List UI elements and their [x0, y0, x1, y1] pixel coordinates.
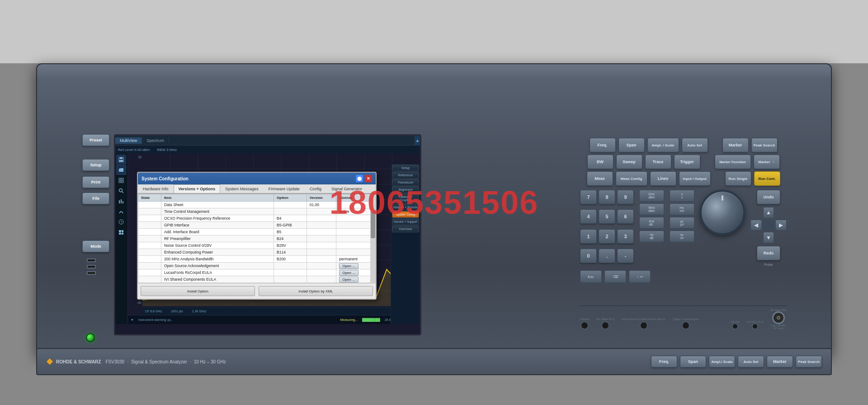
num-5[interactable]: 5 — [599, 209, 615, 224]
unit-ns-nv[interactable]: nsnV — [670, 231, 694, 242]
unit-mhz-dbm[interactable]: MHzdBm — [639, 203, 664, 215]
bottom-span-btn[interactable]: Span — [680, 356, 706, 367]
nav-down[interactable]: ▼ — [763, 232, 774, 243]
num-dot[interactable]: . — [599, 249, 615, 263]
file-button[interactable]: File — [82, 193, 109, 204]
sidebar-system-config[interactable]: System Config — [392, 211, 419, 218]
sidebar-setup[interactable]: Setup — [392, 165, 419, 171]
marker-arrow-btn[interactable]: Marker → — [754, 155, 780, 169]
nav-left[interactable]: ◀ — [750, 220, 762, 231]
nav-right[interactable]: ▶ — [775, 220, 787, 231]
tab-multiview[interactable]: MultiView — [115, 137, 142, 144]
unit-us-uv[interactable]: µsµV — [670, 217, 694, 229]
span-btn[interactable]: Span — [618, 138, 645, 152]
num-8[interactable]: 8 — [599, 190, 615, 204]
sidebar-service-support[interactable]: Service + Support — [392, 218, 419, 225]
bottom-ampl-btn[interactable]: Ampl./ Scale — [709, 356, 735, 367]
bottom-auto-set-btn[interactable]: Auto Set — [738, 356, 764, 367]
backspace-btn[interactable]: ⌫ — [604, 270, 626, 283]
input-output-btn[interactable]: Input / Output — [679, 171, 711, 186]
icon-signal[interactable] — [116, 207, 126, 217]
dialog-tab-firmware[interactable]: Firmware Update — [264, 184, 305, 193]
dialog-tab-messages[interactable]: System Messages — [220, 184, 264, 193]
dialog-close-btn[interactable]: ✕ — [365, 175, 372, 182]
lines-btn[interactable]: Lines — [650, 171, 676, 186]
tab-spectrum[interactable]: Spectrum — [142, 137, 169, 144]
freq-btn[interactable]: Freq. — [590, 138, 616, 152]
sidebar-parameter-coupling[interactable]: Parameter Coupling — [392, 193, 419, 203]
num-7[interactable]: 7 — [580, 190, 597, 204]
unit-s-s[interactable]: ss — [670, 190, 694, 202]
dialog-scrollbar-thumb[interactable] — [371, 212, 375, 238]
tab-scroll-right[interactable]: ▲ — [415, 136, 420, 146]
bw-btn[interactable]: BW — [587, 155, 613, 169]
setup-button-left[interactable]: Setup — [82, 159, 109, 171]
bottom-freq-btn[interactable]: Freq. — [651, 356, 677, 367]
sidebar-alignment[interactable]: Alignment — [392, 186, 419, 193]
icon-folder[interactable] — [116, 165, 126, 175]
undo-btn[interactable]: Undo — [757, 190, 780, 204]
ampl-scale-btn[interactable]: Ampl. / Scale — [647, 138, 679, 152]
sidebar-network-remote[interactable]: Network + Remote — [392, 204, 419, 211]
unit-ghz-dbm[interactable]: GHzdBm — [639, 190, 664, 202]
esc-btn[interactable]: Esc — [580, 270, 602, 283]
dialog-tab-signal-gen[interactable]: Signal Generator — [326, 184, 367, 193]
num-minus[interactable]: - — [617, 249, 634, 263]
dialog-title-bar: System Configuration ⬤ ✕ — [138, 173, 376, 184]
main-tuning-knob[interactable] — [700, 190, 745, 235]
unit-hz-db[interactable]: HzdB — [639, 231, 664, 242]
num-3[interactable]: 3 — [617, 229, 634, 244]
dialog-tab-hardware[interactable]: Hardware Info — [138, 184, 174, 193]
open-btn-1[interactable]: Open ... — [339, 263, 358, 269]
span-per-div: 1.36 GHz/ — [192, 310, 207, 313]
marker-btn[interactable]: Marker — [722, 138, 749, 152]
icon-windows[interactable] — [116, 227, 126, 237]
sidebar-reference[interactable]: Reference — [392, 172, 419, 179]
trace-btn[interactable]: Trace — [645, 155, 671, 169]
icon-grid[interactable] — [116, 175, 126, 185]
unit-khz-db[interactable]: kHzdB — [639, 217, 664, 229]
install-option-btn[interactable]: Install Option — [141, 286, 255, 296]
mode-button[interactable]: Mode — [82, 240, 109, 252]
unit-ms-mv[interactable]: msmV — [670, 203, 694, 215]
unit-btns-col2: ss msmV µsµV nsnV — [670, 190, 694, 266]
num-4[interactable]: 4 — [580, 209, 597, 224]
open-btn-3[interactable]: Open ... — [339, 277, 358, 283]
enter-btn[interactable]: ←↩ — [629, 270, 651, 283]
meas-config-btn[interactable]: Meas Config — [616, 171, 647, 186]
dialog-tab-config[interactable]: Config — [305, 184, 326, 193]
icon-save[interactable] — [116, 155, 126, 165]
meas-btn[interactable]: Meas — [587, 171, 613, 186]
sidebar-overview[interactable]: Overview — [392, 226, 419, 232]
dialog-toggle-btn[interactable]: ⬤ — [356, 175, 363, 182]
preset-button[interactable]: Preset — [82, 134, 109, 146]
open-btn-2[interactable]: Open ... — [339, 270, 358, 276]
trigger-btn[interactable]: Trigger — [674, 155, 700, 169]
dialog-scrollbar[interactable] — [370, 194, 376, 283]
marker-function-btn[interactable]: Marker Function — [715, 155, 751, 169]
sweep-btn[interactable]: Sweep — [616, 155, 642, 169]
icon-help[interactable]: ? — [116, 217, 126, 227]
num-6[interactable]: 6 — [617, 209, 634, 224]
icon-search[interactable] — [116, 186, 126, 196]
dialog-tab-versions[interactable]: Versions + Options — [174, 184, 221, 193]
num-1[interactable]: 1 — [580, 229, 597, 244]
run-cont-btn[interactable]: Run Cont. — [754, 171, 780, 186]
print-button[interactable]: Print — [82, 176, 109, 188]
auto-set-btn[interactable]: Auto Set — [682, 138, 708, 152]
icon-chart[interactable] — [116, 196, 126, 206]
num-2[interactable]: 2 — [599, 229, 615, 244]
bottom-marker-btn[interactable]: Marker — [767, 356, 793, 367]
points-label: 1001 pts — [171, 310, 183, 313]
col-version: Version — [307, 194, 336, 202]
bottom-peak-btn[interactable]: Peak Search — [796, 356, 822, 367]
num-9[interactable]: 9 — [617, 190, 634, 204]
install-option-xml-btn[interactable]: Install Option by XML — [259, 286, 373, 296]
peak-search-btn[interactable]: Peak Search — [751, 138, 778, 152]
num-0[interactable]: 0 — [580, 249, 597, 263]
sidebar-transducer[interactable]: Transducer — [392, 179, 419, 186]
control-row-3: Meas Meas Config Lines Input / Output Ru… — [580, 171, 787, 186]
redo-btn[interactable]: Redo — [757, 246, 780, 260]
nav-up[interactable]: ▲ — [763, 207, 774, 218]
run-single-btn[interactable]: Run Single — [725, 171, 751, 186]
